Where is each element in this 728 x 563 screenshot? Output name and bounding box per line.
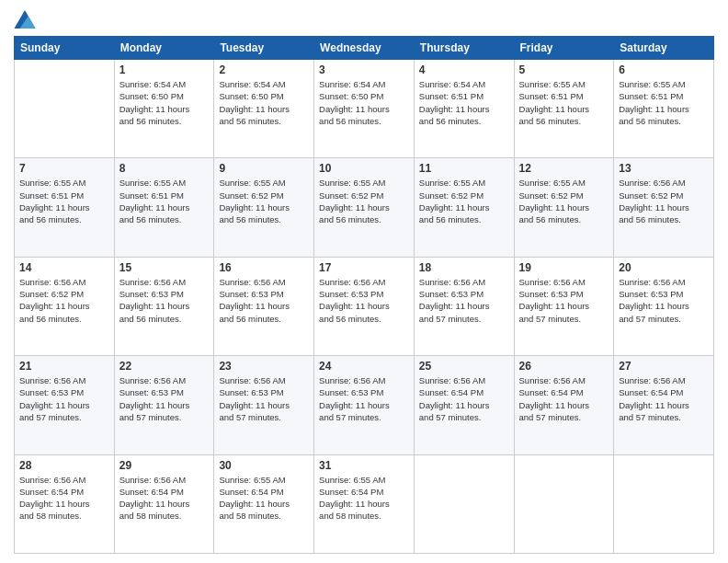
day-number: 10 — [319, 162, 409, 175]
calendar-cell: 15Sunrise: 6:56 AM Sunset: 6:53 PM Dayli… — [114, 257, 214, 355]
calendar-cell: 30Sunrise: 6:55 AM Sunset: 6:54 PM Dayli… — [214, 454, 314, 553]
weekday-sunday: Sunday — [15, 37, 115, 60]
logo-icon — [14, 10, 36, 29]
day-number: 15 — [119, 261, 210, 274]
calendar-cell: 4Sunrise: 6:54 AM Sunset: 6:51 PM Daylig… — [414, 60, 514, 158]
day-info: Sunrise: 6:54 AM Sunset: 6:50 PM Dayligh… — [319, 78, 409, 127]
calendar-cell: 28Sunrise: 6:56 AM Sunset: 6:54 PM Dayli… — [15, 454, 115, 553]
day-info: Sunrise: 6:55 AM Sunset: 6:54 PM Dayligh… — [219, 474, 309, 523]
calendar-cell: 12Sunrise: 6:55 AM Sunset: 6:52 PM Dayli… — [514, 158, 614, 257]
calendar-cell: 20Sunrise: 6:56 AM Sunset: 6:53 PM Dayli… — [614, 257, 714, 355]
calendar-cell: 26Sunrise: 6:56 AM Sunset: 6:54 PM Dayli… — [514, 356, 614, 454]
calendar-cell: 25Sunrise: 6:56 AM Sunset: 6:54 PM Dayli… — [414, 356, 514, 454]
day-info: Sunrise: 6:56 AM Sunset: 6:53 PM Dayligh… — [619, 276, 709, 325]
week-row-3: 21Sunrise: 6:56 AM Sunset: 6:53 PM Dayli… — [15, 356, 714, 454]
day-number: 25 — [419, 360, 509, 373]
calendar-cell: 23Sunrise: 6:56 AM Sunset: 6:53 PM Dayli… — [214, 356, 314, 454]
week-row-4: 28Sunrise: 6:56 AM Sunset: 6:54 PM Dayli… — [15, 454, 714, 553]
day-number: 8 — [119, 162, 210, 175]
day-number: 29 — [119, 459, 210, 472]
calendar-cell: 1Sunrise: 6:54 AM Sunset: 6:50 PM Daylig… — [114, 60, 214, 158]
weekday-saturday: Saturday — [614, 37, 714, 60]
day-number: 21 — [19, 360, 109, 373]
page: SundayMondayTuesdayWednesdayThursdayFrid… — [0, 0, 728, 563]
day-number: 1 — [119, 63, 210, 76]
day-info: Sunrise: 6:56 AM Sunset: 6:53 PM Dayligh… — [119, 276, 210, 325]
day-number: 17 — [319, 261, 409, 274]
day-number: 23 — [219, 360, 309, 373]
day-info: Sunrise: 6:55 AM Sunset: 6:54 PM Dayligh… — [319, 474, 409, 523]
day-info: Sunrise: 6:55 AM Sunset: 6:51 PM Dayligh… — [519, 78, 609, 127]
day-info: Sunrise: 6:56 AM Sunset: 6:54 PM Dayligh… — [19, 474, 109, 523]
weekday-tuesday: Tuesday — [214, 37, 314, 60]
weekday-header-row: SundayMondayTuesdayWednesdayThursdayFrid… — [15, 37, 714, 60]
day-number: 4 — [419, 63, 509, 76]
day-info: Sunrise: 6:55 AM Sunset: 6:51 PM Dayligh… — [119, 177, 210, 225]
calendar-cell: 14Sunrise: 6:56 AM Sunset: 6:52 PM Dayli… — [15, 257, 115, 355]
week-row-2: 14Sunrise: 6:56 AM Sunset: 6:52 PM Dayli… — [15, 257, 714, 355]
day-info: Sunrise: 6:56 AM Sunset: 6:53 PM Dayligh… — [219, 276, 309, 325]
calendar-cell: 18Sunrise: 6:56 AM Sunset: 6:53 PM Dayli… — [414, 257, 514, 355]
calendar-cell: 24Sunrise: 6:56 AM Sunset: 6:53 PM Dayli… — [314, 356, 415, 454]
day-info: Sunrise: 6:56 AM Sunset: 6:53 PM Dayligh… — [119, 374, 210, 423]
day-info: Sunrise: 6:54 AM Sunset: 6:50 PM Dayligh… — [119, 78, 210, 127]
calendar-cell: 16Sunrise: 6:56 AM Sunset: 6:53 PM Dayli… — [214, 257, 314, 355]
day-info: Sunrise: 6:56 AM Sunset: 6:53 PM Dayligh… — [419, 276, 509, 325]
day-number: 30 — [219, 459, 309, 472]
day-number: 6 — [619, 63, 709, 76]
day-number: 19 — [519, 261, 609, 274]
day-number: 7 — [19, 162, 109, 175]
calendar-cell — [514, 454, 614, 553]
calendar-cell: 13Sunrise: 6:56 AM Sunset: 6:52 PM Dayli… — [614, 158, 714, 257]
day-number: 11 — [419, 162, 509, 175]
day-number: 28 — [19, 459, 109, 472]
weekday-thursday: Thursday — [414, 37, 514, 60]
day-info: Sunrise: 6:56 AM Sunset: 6:52 PM Dayligh… — [619, 177, 709, 225]
day-number: 24 — [319, 360, 409, 373]
day-info: Sunrise: 6:55 AM Sunset: 6:52 PM Dayligh… — [419, 177, 509, 225]
calendar-cell: 29Sunrise: 6:56 AM Sunset: 6:54 PM Dayli… — [114, 454, 214, 553]
calendar-cell: 31Sunrise: 6:55 AM Sunset: 6:54 PM Dayli… — [314, 454, 415, 553]
day-number: 5 — [519, 63, 609, 76]
day-info: Sunrise: 6:56 AM Sunset: 6:52 PM Dayligh… — [19, 276, 109, 325]
calendar-cell: 9Sunrise: 6:55 AM Sunset: 6:52 PM Daylig… — [214, 158, 314, 257]
day-info: Sunrise: 6:56 AM Sunset: 6:54 PM Dayligh… — [619, 374, 709, 423]
day-number: 20 — [619, 261, 709, 274]
calendar-cell: 6Sunrise: 6:55 AM Sunset: 6:51 PM Daylig… — [614, 60, 714, 158]
day-info: Sunrise: 6:55 AM Sunset: 6:52 PM Dayligh… — [219, 177, 309, 225]
day-info: Sunrise: 6:56 AM Sunset: 6:54 PM Dayligh… — [119, 474, 210, 523]
day-number: 18 — [419, 261, 509, 274]
calendar-cell: 3Sunrise: 6:54 AM Sunset: 6:50 PM Daylig… — [314, 60, 415, 158]
day-info: Sunrise: 6:55 AM Sunset: 6:51 PM Dayligh… — [619, 78, 709, 127]
day-number: 22 — [119, 360, 210, 373]
day-info: Sunrise: 6:55 AM Sunset: 6:51 PM Dayligh… — [19, 177, 109, 225]
day-info: Sunrise: 6:55 AM Sunset: 6:52 PM Dayligh… — [519, 177, 609, 225]
day-number: 14 — [19, 261, 109, 274]
week-row-1: 7Sunrise: 6:55 AM Sunset: 6:51 PM Daylig… — [15, 158, 714, 257]
day-number: 27 — [619, 360, 709, 373]
day-number: 31 — [319, 459, 409, 472]
weekday-monday: Monday — [114, 37, 214, 60]
day-info: Sunrise: 6:54 AM Sunset: 6:50 PM Dayligh… — [219, 78, 309, 127]
day-number: 26 — [519, 360, 609, 373]
header — [14, 9, 714, 29]
calendar-cell: 27Sunrise: 6:56 AM Sunset: 6:54 PM Dayli… — [614, 356, 714, 454]
calendar-cell: 8Sunrise: 6:55 AM Sunset: 6:51 PM Daylig… — [114, 158, 214, 257]
week-row-0: 1Sunrise: 6:54 AM Sunset: 6:50 PM Daylig… — [15, 60, 714, 158]
day-number: 2 — [219, 63, 309, 76]
day-number: 13 — [619, 162, 709, 175]
calendar-cell — [614, 454, 714, 553]
day-info: Sunrise: 6:56 AM Sunset: 6:53 PM Dayligh… — [19, 374, 109, 423]
day-info: Sunrise: 6:56 AM Sunset: 6:53 PM Dayligh… — [519, 276, 609, 325]
calendar-cell: 11Sunrise: 6:55 AM Sunset: 6:52 PM Dayli… — [414, 158, 514, 257]
calendar-cell — [414, 454, 514, 553]
day-info: Sunrise: 6:56 AM Sunset: 6:53 PM Dayligh… — [319, 374, 409, 423]
day-info: Sunrise: 6:55 AM Sunset: 6:52 PM Dayligh… — [319, 177, 409, 225]
day-number: 3 — [319, 63, 409, 76]
calendar-cell — [15, 60, 115, 158]
weekday-friday: Friday — [514, 37, 614, 60]
day-info: Sunrise: 6:54 AM Sunset: 6:51 PM Dayligh… — [419, 78, 509, 127]
weekday-wednesday: Wednesday — [314, 37, 415, 60]
calendar-cell: 7Sunrise: 6:55 AM Sunset: 6:51 PM Daylig… — [15, 158, 115, 257]
logo — [14, 9, 40, 29]
